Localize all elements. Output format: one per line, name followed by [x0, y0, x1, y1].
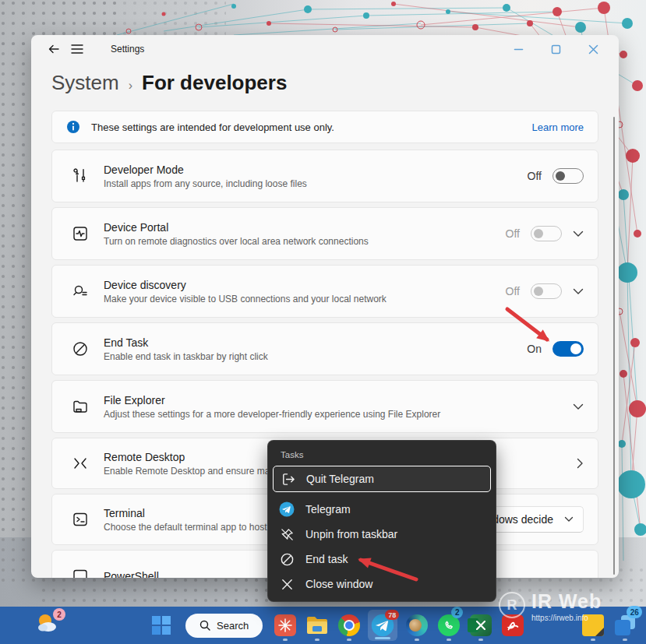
- setting-row-developer-mode: Developer Mode Install apps from any sou…: [51, 150, 598, 202]
- taskbar-app-file-explorer[interactable]: [304, 608, 330, 642]
- watermark-url: https://irweb.info: [531, 614, 602, 622]
- unpin-icon: [279, 527, 295, 542]
- menu-item-end-task[interactable]: End task: [268, 547, 496, 572]
- breadcrumb-separator: ›: [129, 79, 132, 93]
- taskbar-app-starburst[interactable]: [272, 608, 298, 642]
- setting-row-device-discovery[interactable]: Device discovery Make your device visibl…: [51, 265, 598, 318]
- info-icon: [66, 120, 80, 134]
- close-icon: [588, 44, 598, 55]
- watermark-brand: IR Web: [531, 592, 602, 611]
- chevron-down-icon[interactable]: [573, 288, 584, 295]
- developer-mode-icon: [71, 167, 90, 185]
- chevron-down-icon[interactable]: [573, 231, 584, 238]
- setting-row-file-explorer[interactable]: File Explorer Adjust these settings for …: [51, 380, 598, 433]
- device-discovery-toggle: [531, 283, 562, 299]
- learn-more-link[interactable]: Learn more: [532, 121, 584, 133]
- setting-row-device-portal[interactable]: Device Portal Turn on remote diagnostics…: [51, 207, 598, 260]
- chrome-icon: [338, 614, 360, 636]
- telegram-icon: [279, 501, 295, 517]
- menu-item-quit-telegram[interactable]: Quit Telegram: [273, 466, 491, 492]
- menu-item-telegram[interactable]: Telegram: [268, 497, 496, 522]
- menu-item-close-window[interactable]: Close window: [268, 572, 496, 596]
- row-title: Terminal: [104, 507, 267, 519]
- start-button[interactable]: [150, 608, 173, 642]
- search-box[interactable]: Search: [185, 614, 263, 638]
- mail-badge: 26: [627, 606, 642, 618]
- menu-item-label: Quit Telegram: [306, 473, 374, 485]
- menu-item-label: End task: [305, 553, 348, 565]
- sign-out-icon: [280, 472, 295, 487]
- menu-item-label: Close window: [305, 578, 372, 590]
- taskbar-app-telegram[interactable]: 78: [368, 610, 397, 641]
- developer-mode-toggle[interactable]: [552, 168, 584, 184]
- row-title: Device Portal: [104, 221, 369, 234]
- toggle-state-label: Off: [506, 285, 520, 297]
- chevron-right-icon[interactable]: [577, 458, 584, 469]
- back-button[interactable]: [42, 39, 65, 59]
- row-title: Developer Mode: [104, 164, 307, 176]
- starburst-app-icon: [274, 614, 296, 636]
- chevron-down-icon[interactable]: [573, 403, 584, 410]
- row-subtitle: Choose the default terminal app to host: [104, 522, 267, 533]
- row-subtitle: Adjust these settings for a more develop…: [104, 409, 440, 420]
- close-button[interactable]: [581, 39, 605, 59]
- toggle-state-label: On: [527, 343, 542, 355]
- window-title: Settings: [111, 44, 144, 55]
- breadcrumb: System › For developers: [51, 71, 619, 95]
- menu-item-unpin[interactable]: Unpin from taskbar: [268, 522, 496, 547]
- row-title: End Task: [104, 336, 268, 349]
- block-icon: [279, 552, 295, 567]
- menu-item-label: Telegram: [305, 503, 351, 516]
- search-label: Search: [217, 620, 249, 632]
- file-explorer-taskbar-icon: [305, 615, 329, 635]
- terminal-icon: [71, 511, 90, 528]
- whatsapp-badge: 2: [451, 607, 463, 618]
- taskbar-app-excel[interactable]: [468, 608, 493, 642]
- device-discovery-icon: [71, 283, 90, 300]
- menu-section-header: Tasks: [268, 447, 496, 466]
- toggle-state-label: Off: [528, 170, 542, 182]
- row-title: File Explorer: [104, 394, 440, 406]
- device-portal-icon: [71, 225, 90, 242]
- end-task-icon: [71, 340, 90, 357]
- toggle-state-label: Off: [506, 227, 520, 240]
- watermark-logo: R: [499, 592, 525, 618]
- minimize-button[interactable]: [507, 39, 530, 59]
- row-subtitle: Install apps from any source, including …: [104, 178, 307, 189]
- row-subtitle: Enable Remote Desktop and ensure mac: [104, 466, 274, 477]
- titlebar: Settings: [31, 35, 619, 63]
- watermark: R IR Web https://irweb.info: [499, 592, 602, 622]
- breadcrumb-system[interactable]: System: [51, 71, 119, 95]
- end-task-toggle[interactable]: [552, 341, 584, 357]
- info-banner: These settings are intended for developm…: [51, 111, 598, 143]
- row-title: Remote Desktop: [104, 451, 274, 463]
- window-scrollbar[interactable]: [613, 117, 615, 575]
- edge-icon: [406, 614, 428, 636]
- minimize-icon: [514, 44, 524, 55]
- excel-icon: [470, 614, 492, 636]
- windows-start-icon: [151, 615, 171, 635]
- close-window-icon: [279, 578, 295, 591]
- banner-message: These settings are intended for developm…: [91, 121, 334, 133]
- taskbar-app-chrome[interactable]: [336, 608, 362, 642]
- dropdown-value: dows decide: [492, 513, 553, 526]
- menu-item-label: Unpin from taskbar: [305, 528, 397, 540]
- nav-menu-button[interactable]: [65, 39, 89, 59]
- telegram-badge: 78: [385, 610, 399, 620]
- taskbar-app-whatsapp[interactable]: 2: [436, 608, 461, 642]
- maximize-button[interactable]: [544, 39, 567, 59]
- setting-row-end-task: End Task Enable end task in taskbar by r…: [51, 322, 598, 375]
- telegram-jumplist-menu: Tasks Quit Telegram Telegram Unpin from …: [267, 440, 496, 602]
- maximize-icon: [551, 44, 561, 55]
- widgets-weather-button[interactable]: 2: [34, 611, 61, 639]
- file-explorer-icon: [71, 398, 90, 415]
- chevron-down-icon: [564, 516, 574, 523]
- taskbar-app-edge-profile[interactable]: [404, 608, 429, 642]
- powershell-icon: [71, 568, 90, 578]
- device-portal-toggle: [531, 226, 562, 241]
- profile-avatar: [409, 619, 422, 632]
- back-arrow-icon: [48, 43, 60, 55]
- row-subtitle: Enable end task in taskbar by right clic…: [104, 351, 268, 362]
- row-subtitle: Make your device visible to USB connecti…: [104, 294, 387, 304]
- taskbar-app-mail[interactable]: 26: [612, 608, 637, 642]
